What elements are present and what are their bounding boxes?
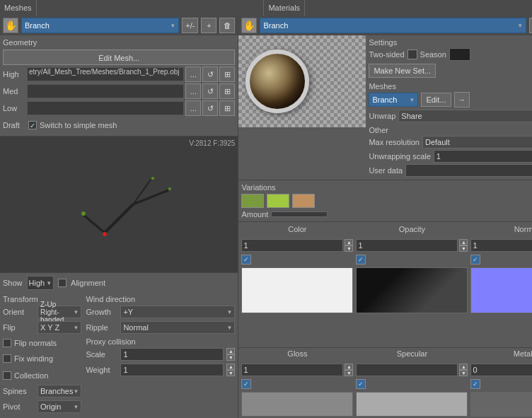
meshes-branch-dropdown[interactable]: Branch ▼: [369, 93, 418, 107]
swatch-1[interactable]: [241, 194, 264, 208]
high-path-input[interactable]: etry/All_Mesh_Tree/Meshes/Branch_1_Prep.…: [27, 67, 184, 81]
show-label: Show: [3, 279, 23, 287]
gloss-checkbox[interactable]: ✓: [241, 379, 251, 389]
geometry-section: Geometry Edit Mesh... High etry/All_Mesh…: [0, 35, 238, 137]
left-hand-icon[interactable]: ✋: [3, 18, 18, 33]
right-hand-icon[interactable]: ✋: [241, 18, 257, 33]
color-value[interactable]: [241, 239, 343, 252]
gloss-thumbnail[interactable]: [241, 392, 353, 417]
specular-checkbox[interactable]: ✓: [356, 379, 366, 389]
user-data-input[interactable]: [405, 164, 532, 177]
metallic-thumbnail[interactable]: [470, 392, 532, 417]
svg-point-7: [103, 232, 107, 236]
unwrap-row: Unwrap Share ▼ Add: [369, 109, 532, 123]
show-level-dropdown[interactable]: High ▼: [27, 276, 54, 290]
edit-mesh-btn[interactable]: Edit Mesh...: [3, 50, 235, 65]
left-branch-dropdown[interactable]: Branch ▼: [21, 18, 179, 33]
med-reload-btn[interactable]: ↺: [202, 83, 218, 99]
metallic-value[interactable]: [470, 364, 532, 376]
metallic-channel: Metallic ▲ ▼ ✓: [470, 349, 532, 417]
amount-slider[interactable]: [271, 211, 328, 217]
spines-dropdown[interactable]: Branches ▼: [37, 385, 81, 397]
share-dropdown[interactable]: Share ▼: [398, 110, 532, 122]
orient-dropdown[interactable]: Z-Up Right-handed ▼: [37, 306, 81, 318]
draft-checkbox[interactable]: [28, 121, 37, 129]
low-path-input[interactable]: [27, 101, 184, 115]
gloss-section: Gloss ▲ ▼ ✓ Specular: [238, 347, 532, 418]
make-new-set-btn[interactable]: Make New Set...: [369, 64, 436, 78]
swatch-3[interactable]: [292, 194, 315, 208]
draft-row: Draft Switch to simple mesh: [3, 117, 235, 133]
specular-thumbnail[interactable]: [356, 392, 468, 417]
proxy-label: Proxy collision: [86, 337, 235, 346]
med-extra-btn[interactable]: ⊞: [219, 83, 235, 99]
ripple-label: Ripple: [86, 323, 117, 332]
unwrap-scale-label: Unwrapping scale: [369, 152, 430, 161]
normal-thumbnail[interactable]: [470, 267, 532, 313]
med-path-input[interactable]: [27, 84, 184, 98]
gloss-value[interactable]: [241, 364, 343, 376]
bottom-two-columns: Transform Orient Z-Up Right-handed ▼ Fli…: [3, 293, 235, 415]
bottom-controls: Show High ▼ Alignment Transform Orient Z…: [0, 272, 238, 418]
amount-label: Amount: [241, 210, 268, 219]
swatch-2[interactable]: [267, 194, 289, 208]
other-label: Other: [369, 126, 532, 134]
color-checkbox[interactable]: ✓: [241, 255, 251, 265]
growth-dropdown[interactable]: +Y ▼: [120, 306, 235, 318]
normal-value[interactable]: [470, 239, 532, 252]
svg-point-6: [168, 187, 171, 190]
left-plusminus-btn[interactable]: +/-: [182, 18, 198, 33]
high-extra-btn[interactable]: ⊞: [219, 66, 235, 82]
low-reload-btn[interactable]: ↺: [202, 100, 218, 116]
meshes-edit-btn[interactable]: Edit...: [421, 93, 451, 107]
flip-row: Flip X Y Z ▼: [3, 320, 81, 335]
scale-input[interactable]: [120, 348, 224, 361]
opacity-label: Opacity: [356, 225, 468, 238]
weight-label: Weight: [86, 366, 117, 374]
variations-label: Variations: [241, 183, 532, 192]
right-plusminus-btn[interactable]: +/-: [529, 18, 532, 33]
spines-label: Spines: [3, 387, 35, 395]
collection-checkbox[interactable]: [3, 371, 11, 380]
ripple-dropdown[interactable]: Normal ▼: [120, 321, 235, 334]
left-del-btn[interactable]: 🗑: [219, 18, 235, 33]
color-thumbnail[interactable]: [241, 267, 353, 313]
color-swatches: [241, 194, 532, 208]
flip-dropdown[interactable]: X Y Z ▼: [37, 321, 81, 334]
meshes-arrow-btn[interactable]: →: [454, 92, 470, 108]
other-section: Other Max resolution Default ▼ Unwrappin…: [369, 126, 532, 177]
med-mesh-row: Med ... ↺ ⊞: [3, 83, 235, 99]
opacity-value[interactable]: [356, 239, 458, 252]
high-reload-btn[interactable]: ↺: [202, 66, 218, 82]
two-sided-toggle[interactable]: [407, 50, 417, 59]
fix-winding-label: Fix winding: [14, 354, 53, 363]
two-sided-label: Two-sided: [369, 50, 404, 59]
svg-point-5: [151, 177, 154, 180]
flip-normals-checkbox[interactable]: [3, 339, 11, 347]
pivot-dropdown[interactable]: Origin ▼: [37, 400, 81, 413]
weight-spinner[interactable]: ▲ ▼: [226, 364, 235, 376]
normal-channel: Normal ▲ ▼ ✓: [470, 225, 532, 344]
season-color[interactable]: [449, 48, 470, 61]
metallic-checkbox[interactable]: ✓: [470, 379, 480, 389]
right-branch-dropdown[interactable]: Branch ▼: [260, 18, 526, 33]
med-browse-btn[interactable]: ...: [185, 83, 201, 99]
branch-preview: [48, 162, 190, 247]
season-label: Season: [420, 50, 446, 59]
left-add-btn[interactable]: +: [201, 18, 216, 33]
max-res-dropdown[interactable]: Default ▼: [422, 136, 532, 149]
opacity-checkbox[interactable]: ✓: [356, 255, 366, 265]
fix-winding-checkbox[interactable]: [3, 354, 11, 363]
low-browse-btn[interactable]: ...: [185, 100, 201, 116]
weight-input[interactable]: [120, 364, 224, 376]
scale-spinner[interactable]: ▲ ▼: [226, 348, 235, 361]
unwrap-scale-input[interactable]: [434, 150, 532, 163]
show-row: Show High ▼ Alignment: [3, 276, 235, 290]
low-extra-btn[interactable]: ⊞: [219, 100, 235, 116]
alignment-checkbox[interactable]: [58, 279, 66, 287]
high-browse-btn[interactable]: ...: [185, 66, 201, 82]
opacity-thumbnail[interactable]: [356, 267, 468, 313]
normal-checkbox[interactable]: ✓: [470, 255, 480, 265]
max-res-row: Max resolution Default ▼: [369, 136, 532, 149]
specular-value[interactable]: [356, 364, 458, 376]
